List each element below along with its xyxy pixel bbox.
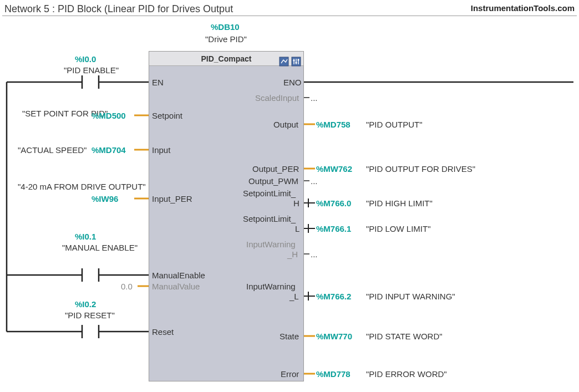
- ladder-wires: [0, 0, 579, 392]
